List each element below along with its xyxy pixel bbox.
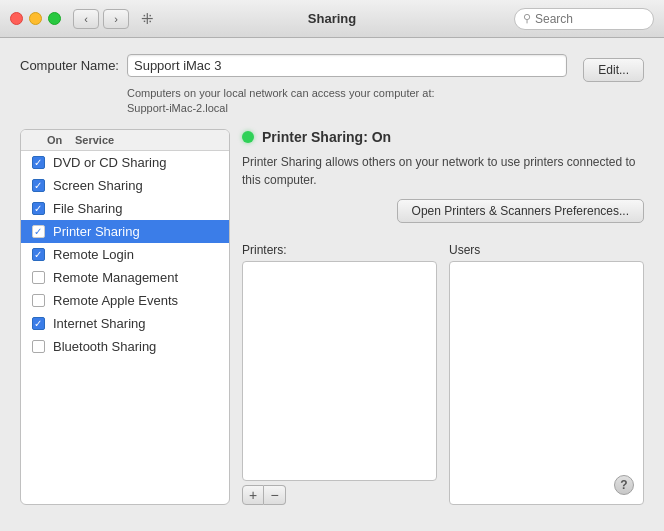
- sidebar-label-remote-apple-events: Remote Apple Events: [53, 293, 178, 308]
- main-content: Computer Name: Edit... Computers on your…: [0, 38, 664, 531]
- maximize-button[interactable]: [48, 12, 61, 25]
- open-prefs-button[interactable]: Open Printers & Scanners Preferences...: [397, 199, 644, 223]
- sidebar-label-file-sharing: File Sharing: [53, 201, 122, 216]
- checkbox-remote-apple-events[interactable]: [32, 294, 45, 307]
- sidebar-label-remote-management: Remote Management: [53, 270, 178, 285]
- sidebar-item-remote-apple-events[interactable]: Remote Apple Events: [21, 289, 229, 312]
- detail-panel: Printer Sharing: On Printer Sharing allo…: [242, 129, 644, 505]
- printers-section: Printers: + −: [242, 243, 437, 505]
- help-button[interactable]: ?: [614, 475, 634, 495]
- sidebar-item-internet-sharing[interactable]: ✓ Internet Sharing: [21, 312, 229, 335]
- sidebar-label-internet-sharing: Internet Sharing: [53, 316, 146, 331]
- printers-list: [242, 261, 437, 481]
- checkbox-remote-login[interactable]: ✓: [32, 248, 45, 261]
- sidebar-item-bluetooth-sharing[interactable]: Bluetooth Sharing: [21, 335, 229, 358]
- sidebar: On Service ✓ DVD or CD Sharing ✓ Screen …: [20, 129, 230, 505]
- sidebar-item-remote-login[interactable]: ✓ Remote Login: [21, 243, 229, 266]
- sidebar-header: On Service: [21, 130, 229, 151]
- remove-printer-button[interactable]: −: [264, 485, 286, 505]
- back-button[interactable]: ‹: [73, 9, 99, 29]
- search-bar: ⚲: [514, 8, 654, 30]
- users-section: Users: [449, 243, 644, 505]
- window-title: Sharing: [308, 11, 356, 26]
- sidebar-label-screen-sharing: Screen Sharing: [53, 178, 143, 193]
- sidebar-header-on: On: [47, 134, 75, 146]
- printers-label: Printers:: [242, 243, 437, 257]
- title-bar: ‹ › ⁜ Sharing ⚲: [0, 0, 664, 38]
- forward-button[interactable]: ›: [103, 9, 129, 29]
- edit-button[interactable]: Edit...: [583, 58, 644, 82]
- grid-icon[interactable]: ⁜: [141, 10, 154, 28]
- computer-name-right: Edit... Computers on your local network …: [127, 54, 644, 117]
- checkbox-internet-sharing[interactable]: ✓: [32, 317, 45, 330]
- checkbox-dvd-cd-sharing[interactable]: ✓: [32, 156, 45, 169]
- search-icon: ⚲: [523, 12, 531, 25]
- users-label: Users: [449, 243, 644, 257]
- status-dot: [242, 131, 254, 143]
- computer-name-label: Computer Name:: [20, 54, 119, 73]
- sidebar-item-printer-sharing[interactable]: ✓ Printer Sharing: [21, 220, 229, 243]
- add-printer-button[interactable]: +: [242, 485, 264, 505]
- computer-name-subtext: Computers on your local network can acce…: [127, 86, 644, 117]
- service-description: Printer Sharing allows others on your ne…: [242, 153, 644, 189]
- sidebar-item-remote-management[interactable]: Remote Management: [21, 266, 229, 289]
- sidebar-label-printer-sharing: Printer Sharing: [53, 224, 140, 239]
- sidebar-item-screen-sharing[interactable]: ✓ Screen Sharing: [21, 174, 229, 197]
- computer-name-row: Computer Name: Edit... Computers on your…: [20, 54, 644, 117]
- sidebar-header-service: Service: [75, 134, 114, 146]
- computer-name-input[interactable]: [127, 54, 567, 77]
- sidebar-label-bluetooth-sharing: Bluetooth Sharing: [53, 339, 156, 354]
- minimize-button[interactable]: [29, 12, 42, 25]
- users-list: [449, 261, 644, 505]
- sidebar-item-file-sharing[interactable]: ✓ File Sharing: [21, 197, 229, 220]
- service-status-title: Printer Sharing: On: [262, 129, 391, 145]
- sidebar-item-dvd-cd-sharing[interactable]: ✓ DVD or CD Sharing: [21, 151, 229, 174]
- checkbox-file-sharing[interactable]: ✓: [32, 202, 45, 215]
- close-button[interactable]: [10, 12, 23, 25]
- checkbox-screen-sharing[interactable]: ✓: [32, 179, 45, 192]
- bottom-section: On Service ✓ DVD or CD Sharing ✓ Screen …: [20, 129, 644, 505]
- list-controls: + −: [242, 485, 437, 505]
- nav-buttons: ‹ ›: [73, 9, 129, 29]
- checkbox-remote-management[interactable]: [32, 271, 45, 284]
- sidebar-label-remote-login: Remote Login: [53, 247, 134, 262]
- printers-users-row: Printers: + − Users: [242, 243, 644, 505]
- traffic-lights: [10, 12, 61, 25]
- sidebar-label-dvd-cd-sharing: DVD or CD Sharing: [53, 155, 166, 170]
- service-status-row: Printer Sharing: On: [242, 129, 644, 145]
- checkbox-printer-sharing[interactable]: ✓: [32, 225, 45, 238]
- search-input[interactable]: [535, 12, 645, 26]
- checkbox-bluetooth-sharing[interactable]: [32, 340, 45, 353]
- sidebar-items: ✓ DVD or CD Sharing ✓ Screen Sharing ✓ F…: [21, 151, 229, 504]
